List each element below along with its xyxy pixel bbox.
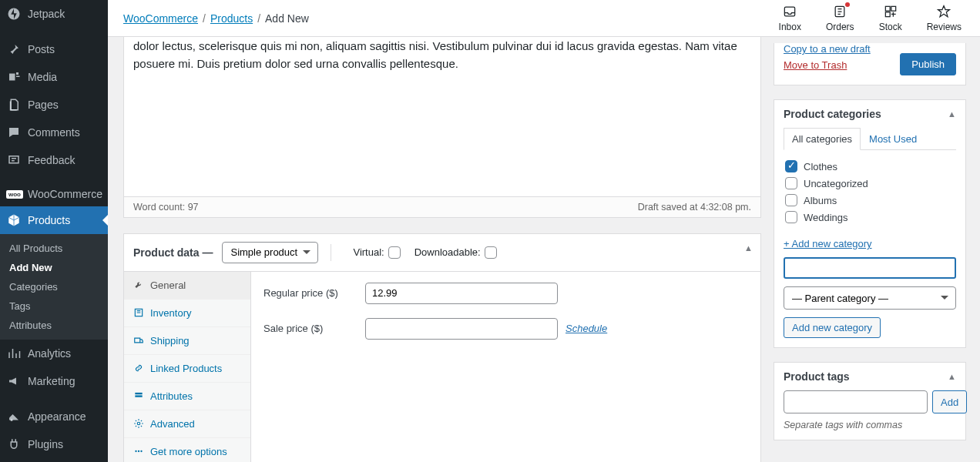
collapse-toggle[interactable]: ▲ bbox=[744, 243, 753, 253]
breadcrumb-woocommerce[interactable]: WooCommerce bbox=[123, 12, 198, 25]
feedback-icon bbox=[6, 152, 22, 168]
svg-point-14 bbox=[138, 450, 139, 452]
parent-category-select[interactable]: — Parent category — bbox=[784, 286, 956, 310]
top-action-reviews[interactable]: Reviews bbox=[927, 4, 962, 32]
category-label: Weddings bbox=[804, 212, 848, 223]
editor-text: dolor lectus, scelerisque quis mi non, a… bbox=[133, 37, 751, 73]
submenu-categories[interactable]: Categories bbox=[0, 277, 108, 296]
stock-icon bbox=[883, 4, 898, 19]
sidebar-item-label: WooCommerce bbox=[28, 188, 102, 200]
sidebar-item-media[interactable]: Media bbox=[0, 63, 108, 91]
appearance-icon bbox=[6, 409, 22, 424]
categories-title: Product categories bbox=[784, 108, 881, 120]
breadcrumb-sep: / bbox=[203, 12, 206, 25]
category-checkbox[interactable] bbox=[785, 160, 797, 172]
category-label: Albums bbox=[804, 195, 837, 206]
sidebar-item-label: Posts bbox=[28, 43, 55, 55]
category-item-weddings[interactable]: Weddings bbox=[785, 209, 955, 226]
submenu-add-new[interactable]: Add New bbox=[0, 258, 108, 277]
sidebar-item-appearance[interactable]: Appearance bbox=[0, 403, 108, 430]
collapse-toggle[interactable]: ▲ bbox=[948, 109, 956, 119]
sidebar-item-plugins[interactable]: Plugins bbox=[0, 430, 108, 458]
svg-point-2 bbox=[11, 419, 13, 421]
tab-general[interactable]: General bbox=[124, 272, 250, 300]
tab-shipping[interactable]: Shipping bbox=[124, 327, 250, 355]
product-tags-box: Product tags ▲ Add Separate tags with co… bbox=[774, 362, 966, 440]
top-action-label: Inbox bbox=[779, 22, 801, 32]
sidebar-item-feedback[interactable]: Feedback bbox=[0, 146, 108, 174]
product-type-select[interactable]: Simple product bbox=[222, 242, 318, 263]
sidebar-item-woocommerce[interactable]: wooWooCommerce bbox=[0, 182, 108, 206]
sidebar-item-pages[interactable]: Pages bbox=[0, 91, 108, 119]
svg-rect-10 bbox=[135, 393, 142, 394]
svg-rect-7 bbox=[891, 6, 895, 11]
jetpack-icon bbox=[6, 6, 22, 22]
top-actions: Inbox Orders Stock Reviews bbox=[779, 4, 962, 32]
top-action-orders[interactable]: Orders bbox=[826, 4, 854, 32]
tab-label: Linked Products bbox=[150, 363, 222, 374]
move-to-trash-link[interactable]: Move to Trash bbox=[784, 59, 871, 71]
editor-content[interactable]: dolor lectus, scelerisque quis mi non, a… bbox=[124, 37, 760, 196]
general-panel: Regular price ($) Sale price ($) Schedul… bbox=[251, 272, 760, 463]
category-item-albums[interactable]: Albums bbox=[785, 192, 955, 209]
submenu-tags[interactable]: Tags bbox=[0, 296, 108, 316]
sidebar-item-posts[interactable]: Posts bbox=[0, 35, 108, 63]
admin-sidebar: Jetpack Posts Media Pages Comments Feedb… bbox=[0, 0, 108, 462]
copy-to-draft-link[interactable]: Copy to a new draft bbox=[784, 43, 871, 55]
virtual-checkbox[interactable] bbox=[388, 246, 401, 259]
publish-button[interactable]: Publish bbox=[900, 53, 956, 75]
sidebar-item-products[interactable]: Products bbox=[0, 206, 108, 234]
tags-title: Product tags bbox=[784, 370, 850, 383]
sidebar-item-jetpack[interactable]: Jetpack bbox=[0, 0, 108, 28]
add-new-category-link[interactable]: + Add new category bbox=[784, 238, 872, 249]
new-category-input[interactable] bbox=[784, 257, 956, 279]
category-checkbox[interactable] bbox=[785, 211, 797, 223]
svg-point-12 bbox=[137, 422, 140, 425]
downloadable-checkbox[interactable] bbox=[485, 246, 497, 259]
category-item-clothes[interactable]: Clothes bbox=[785, 158, 955, 175]
schedule-link[interactable]: Schedule bbox=[566, 323, 607, 334]
editor-status-bar: Word count: 97 Draft saved at 4:32:08 pm… bbox=[124, 196, 760, 217]
top-action-inbox[interactable]: Inbox bbox=[779, 4, 801, 32]
top-action-stock[interactable]: Stock bbox=[879, 4, 902, 32]
add-new-category-button[interactable]: Add new category bbox=[784, 317, 881, 338]
submenu-attributes[interactable]: Attributes bbox=[0, 316, 108, 335]
sidebar-item-label: Comments bbox=[28, 126, 80, 139]
regular-price-input[interactable] bbox=[365, 283, 558, 304]
comments-icon bbox=[6, 125, 22, 140]
media-icon bbox=[6, 69, 22, 85]
categories-tab-all[interactable]: All categories bbox=[784, 128, 861, 150]
sidebar-item-users[interactable]: Users bbox=[0, 458, 108, 462]
woo-icon: woo bbox=[6, 190, 23, 199]
top-action-label: Stock bbox=[879, 22, 902, 32]
sidebar-item-marketing[interactable]: Marketing bbox=[0, 367, 108, 395]
breadcrumb-addnew: Add New bbox=[265, 12, 309, 25]
more-icon bbox=[133, 446, 144, 457]
category-checkbox[interactable] bbox=[785, 194, 797, 206]
regular-price-label: Regular price ($) bbox=[263, 287, 365, 299]
add-tag-button[interactable]: Add bbox=[932, 390, 967, 413]
categories-tab-most-used[interactable]: Most Used bbox=[861, 128, 925, 150]
tab-attributes[interactable]: Attributes bbox=[124, 383, 250, 410]
submenu-all-products[interactable]: All Products bbox=[0, 239, 108, 258]
sidebar-item-analytics[interactable]: Analytics bbox=[0, 340, 108, 367]
tags-input[interactable] bbox=[784, 390, 928, 413]
category-item-uncategorized[interactable]: Uncategorized bbox=[785, 175, 955, 192]
svg-rect-6 bbox=[885, 6, 890, 11]
tab-inventory[interactable]: Inventory bbox=[124, 300, 250, 327]
tab-label: Get more options bbox=[150, 446, 227, 457]
product-data-box: Product data — Simple product Virtual: D… bbox=[123, 233, 761, 463]
collapse-toggle[interactable]: ▲ bbox=[948, 372, 956, 381]
breadcrumb-products[interactable]: Products bbox=[210, 12, 253, 25]
category-checkbox[interactable] bbox=[785, 177, 797, 189]
category-label: Clothes bbox=[804, 161, 837, 172]
svg-rect-8 bbox=[885, 12, 890, 17]
sale-price-input[interactable] bbox=[365, 318, 558, 340]
analytics-icon bbox=[6, 346, 22, 361]
sidebar-item-comments[interactable]: Comments bbox=[0, 119, 108, 146]
top-action-label: Orders bbox=[826, 22, 854, 32]
tab-advanced[interactable]: Advanced bbox=[124, 410, 250, 438]
tab-get-more[interactable]: Get more options bbox=[124, 438, 250, 463]
tab-label: Inventory bbox=[150, 307, 191, 319]
tab-linked-products[interactable]: Linked Products bbox=[124, 355, 250, 383]
